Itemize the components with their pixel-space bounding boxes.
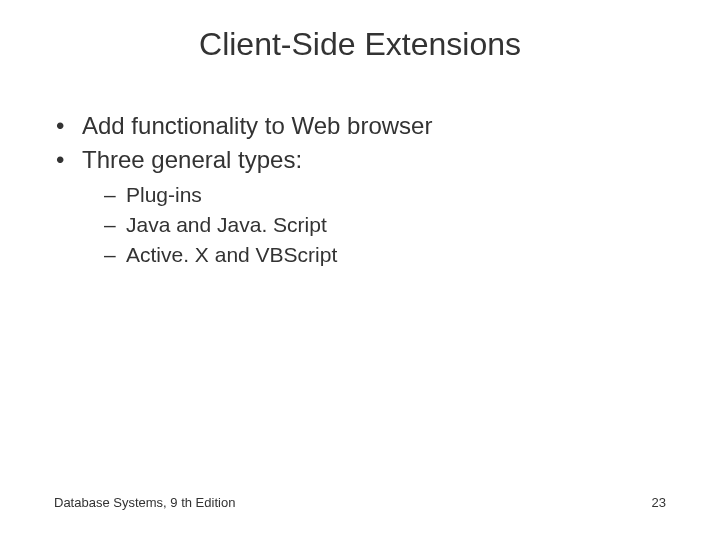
sub-bullet-text: Java and Java. Script [126,211,327,239]
dash-icon: – [104,181,126,209]
sub-bullet-text: Active. X and VBScript [126,241,337,269]
bullet-item: • Add functionality to Web browser [54,110,666,142]
bullet-text: Three general types: [82,144,666,176]
slide: Client-Side Extensions • Add functionali… [0,0,720,540]
sub-bullet-text: Plug-ins [126,181,202,209]
sub-bullet-item: – Active. X and VBScript [104,241,666,269]
bullet-icon: • [54,144,82,176]
slide-title: Client-Side Extensions [0,26,720,63]
sub-bullet-item: – Plug-ins [104,181,666,209]
footer-page-number: 23 [652,495,666,510]
dash-icon: – [104,241,126,269]
bullet-icon: • [54,110,82,142]
bullet-item: • Three general types: [54,144,666,176]
sub-bullet-item: – Java and Java. Script [104,211,666,239]
sub-bullet-list: – Plug-ins – Java and Java. Script – Act… [104,181,666,270]
footer-source: Database Systems, 9 th Edition [54,495,235,510]
bullet-text: Add functionality to Web browser [82,110,666,142]
slide-body: • Add functionality to Web browser • Thr… [54,110,666,272]
dash-icon: – [104,211,126,239]
